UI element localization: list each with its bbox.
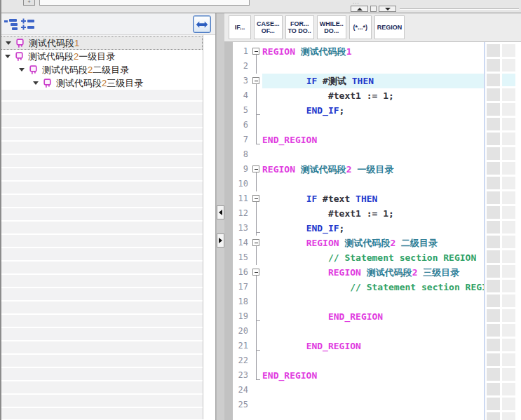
- code-line-2[interactable]: 2: [233, 59, 484, 74]
- insert-case-button[interactable]: CASE... OF...: [254, 15, 283, 39]
- navigate-spacer-button[interactable]: [370, 6, 377, 12]
- side-grid-cell[interactable]: [487, 339, 500, 351]
- fold-marker-start[interactable]: [251, 162, 262, 177]
- code-line-17[interactable]: 17 // Statement section REGION: [233, 280, 484, 294]
- side-grid-cell[interactable]: [487, 353, 500, 366]
- side-grid-cell[interactable]: [487, 44, 500, 57]
- side-grid-cell[interactable]: [487, 221, 500, 233]
- side-grid-cell[interactable]: [487, 118, 500, 130]
- side-grid-cell[interactable]: [487, 324, 500, 337]
- navigate-down-button[interactable]: [379, 6, 396, 12]
- side-grid-cell[interactable]: [487, 191, 500, 204]
- side-grid-cell[interactable]: [502, 88, 515, 101]
- side-grid-cell[interactable]: [502, 265, 515, 278]
- side-grid-cell[interactable]: [487, 250, 500, 263]
- side-grid-cell[interactable]: [502, 59, 515, 72]
- insert-for-button[interactable]: FOR... TO DO..: [285, 15, 314, 39]
- expand-panel-button[interactable]: [217, 233, 224, 248]
- code-line-16[interactable]: 16 REGION 测试代码段2 三级目录: [233, 265, 484, 280]
- side-grid-cell[interactable]: [502, 280, 515, 292]
- side-grid-cell[interactable]: [502, 250, 515, 263]
- toolbar-field[interactable]: [39, 0, 250, 6]
- code-line-23[interactable]: 23END_REGION: [233, 368, 484, 383]
- side-grid-cell[interactable]: [502, 74, 515, 86]
- synchronize-views-button[interactable]: [193, 15, 211, 33]
- code-line-22[interactable]: 22: [233, 353, 484, 368]
- fold-marker-start[interactable]: [251, 74, 262, 88]
- insert-while-button[interactable]: WHILE.. DO...: [317, 15, 346, 39]
- code-line-5[interactable]: 5 END_IF;: [233, 103, 484, 118]
- fold-marker-start[interactable]: [251, 191, 262, 206]
- code-line-25[interactable]: 25: [233, 398, 484, 412]
- side-grid-cell[interactable]: [502, 221, 515, 233]
- side-grid-cell[interactable]: [487, 236, 500, 248]
- fold-collapse-icon[interactable]: [252, 239, 259, 246]
- code-line-7[interactable]: 7END_REGION: [233, 133, 484, 147]
- side-grid-cell[interactable]: [502, 324, 515, 337]
- code-line-11[interactable]: 11 IF #text THEN: [233, 191, 484, 206]
- side-grid-cell[interactable]: [502, 133, 515, 145]
- code-line-1[interactable]: 1REGION 测试代码段1: [233, 44, 484, 59]
- code-line-15[interactable]: 15 // Statement section REGION: [233, 250, 484, 265]
- code-line-21[interactable]: 21 END_REGION: [233, 339, 484, 353]
- code-line-10[interactable]: 10: [233, 177, 484, 191]
- side-grid-cell[interactable]: [502, 309, 515, 322]
- expanded-node-icon[interactable]: [33, 81, 39, 85]
- side-grid-cell[interactable]: [487, 147, 500, 160]
- fold-marker-start[interactable]: [251, 44, 262, 59]
- fold-collapse-icon[interactable]: [252, 77, 259, 84]
- side-grid-cell[interactable]: [487, 206, 500, 219]
- code-line-14[interactable]: 14 REGION 测试代码段2 二级目录: [233, 236, 484, 250]
- expanded-node-icon[interactable]: [19, 68, 25, 72]
- fold-collapse-icon[interactable]: [252, 165, 259, 172]
- expand-all-icon[interactable]: [21, 18, 35, 30]
- side-grid-cell[interactable]: [487, 133, 500, 145]
- side-grid-cell[interactable]: [487, 103, 500, 116]
- scl-code-area[interactable]: 1REGION 测试代码段123 IF #测试 THEN4 #text1 := …: [224, 42, 521, 420]
- side-grid-cell[interactable]: [487, 280, 500, 292]
- toolbar-dropdown-button[interactable]: +: [23, 0, 35, 6]
- collapse-panel-button[interactable]: [217, 205, 224, 219]
- code-line-13[interactable]: 13 END_IF;: [233, 221, 484, 236]
- side-grid-cell[interactable]: [502, 162, 515, 175]
- side-grid-cell[interactable]: [487, 74, 500, 86]
- side-grid-cell[interactable]: [487, 294, 500, 307]
- collapse-all-icon[interactable]: [4, 18, 18, 30]
- side-grid-cell[interactable]: [487, 162, 500, 175]
- insert-if-button[interactable]: IF...: [229, 15, 251, 39]
- code-line-24[interactable]: 24: [233, 383, 484, 398]
- insert-region-button[interactable]: REGION: [374, 15, 405, 39]
- side-grid-cell[interactable]: [487, 88, 500, 101]
- code-line-8[interactable]: 8: [233, 147, 484, 162]
- code-line-4[interactable]: 4 #text1 := 1;: [233, 88, 484, 103]
- code-line-3[interactable]: 3 IF #测试 THEN: [233, 74, 484, 88]
- fold-marker-start[interactable]: [251, 236, 262, 250]
- code-line-18[interactable]: 18: [233, 294, 484, 309]
- breakpoint-gutter[interactable]: [224, 42, 233, 420]
- tree-item-3[interactable]: 测试代码段2 二级目录: [1, 63, 203, 76]
- side-grid-cell[interactable]: [487, 309, 500, 322]
- side-grid-cell[interactable]: [487, 265, 500, 278]
- tree-item-4[interactable]: 测试代码段2 三级目录: [1, 76, 203, 90]
- expanded-node-icon[interactable]: [6, 41, 11, 45]
- side-grid-cell[interactable]: [502, 339, 515, 351]
- side-grid-cell[interactable]: [502, 236, 515, 248]
- side-grid-cell[interactable]: [487, 412, 500, 420]
- side-grid-cell[interactable]: [502, 147, 515, 160]
- side-grid-cell[interactable]: [502, 398, 515, 410]
- code-line-9[interactable]: 9REGION 测试代码段2 一级目录: [233, 162, 484, 177]
- side-grid-cell[interactable]: [502, 44, 515, 57]
- side-grid-cell[interactable]: [487, 59, 500, 72]
- fold-collapse-icon[interactable]: [252, 195, 259, 202]
- fold-marker-start[interactable]: [251, 265, 262, 280]
- side-grid-cell[interactable]: [502, 353, 515, 366]
- side-grid-cell[interactable]: [502, 383, 515, 395]
- code-line-19[interactable]: 19 END_REGION: [233, 309, 484, 324]
- side-grid-cell[interactable]: [487, 368, 500, 381]
- tree-item-1[interactable]: 测试代码段1: [1, 36, 203, 50]
- expanded-node-icon[interactable]: [5, 55, 11, 58]
- side-grid-cell[interactable]: [487, 398, 500, 410]
- side-grid-cell[interactable]: [502, 412, 515, 420]
- tree-item-2[interactable]: 测试代码段2 一级目录: [1, 50, 203, 63]
- code-line-6[interactable]: 6: [233, 118, 484, 133]
